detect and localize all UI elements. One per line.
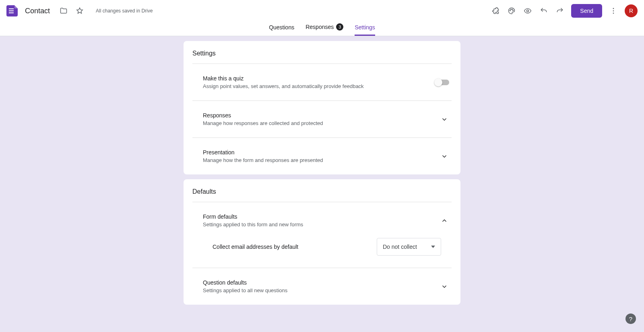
- responses-section[interactable]: Responses Manage how responses are colle…: [192, 101, 452, 138]
- help-button[interactable]: ?: [625, 314, 636, 324]
- form-defaults-section[interactable]: Form defaults Settings applied to this f…: [192, 202, 452, 231]
- preview-button[interactable]: [520, 3, 536, 19]
- send-button[interactable]: Send: [571, 4, 602, 18]
- tab-responses-label: Responses: [305, 24, 334, 30]
- redo-button[interactable]: [552, 3, 568, 19]
- move-to-folder-button[interactable]: [56, 3, 72, 19]
- folder-icon: [60, 7, 68, 15]
- question-defaults-title: Question defaults: [203, 279, 287, 286]
- tabs: Questions Responses 3 Settings: [0, 22, 644, 36]
- quiz-desc: Assign point values, set answers, and au…: [203, 83, 364, 89]
- eye-icon: [524, 7, 532, 15]
- redo-icon: [556, 7, 564, 15]
- presentation-section[interactable]: Presentation Manage how the form and res…: [192, 138, 452, 174]
- palette-icon: [508, 7, 516, 15]
- svg-point-2: [512, 9, 513, 10]
- svg-point-6: [613, 10, 614, 12]
- svg-point-0: [510, 10, 511, 11]
- addons-button[interactable]: [487, 3, 504, 19]
- star-button[interactable]: [72, 3, 88, 19]
- defaults-card-title: Defaults: [192, 188, 452, 202]
- account-avatar[interactable]: R: [625, 4, 638, 17]
- more-options-button[interactable]: [605, 3, 621, 19]
- responses-count-badge: 3: [336, 23, 343, 31]
- undo-icon: [540, 7, 548, 15]
- collect-email-value: Do not collect: [383, 244, 417, 250]
- collect-email-select[interactable]: Do not collect: [377, 238, 441, 256]
- presentation-expand[interactable]: [440, 152, 449, 161]
- chevron-down-icon: [441, 283, 448, 290]
- star-icon: [76, 7, 84, 15]
- svg-point-4: [527, 10, 529, 12]
- collect-email-label: Collect email addresses by default: [213, 244, 298, 250]
- question-defaults-section[interactable]: Question defaults Settings applied to al…: [192, 268, 452, 305]
- settings-card-title: Settings: [192, 50, 452, 64]
- quiz-section: Make this a quiz Assign point values, se…: [192, 64, 452, 101]
- settings-card: Settings Make this a quiz Assign point v…: [184, 41, 460, 174]
- tab-settings[interactable]: Settings: [355, 24, 375, 36]
- presentation-desc: Manage how the form and responses are pr…: [203, 157, 323, 163]
- defaults-card: Defaults Form defaults Settings applied …: [184, 179, 460, 305]
- quiz-toggle[interactable]: [436, 80, 449, 85]
- chevron-down-icon: [441, 153, 448, 160]
- puzzle-icon: [491, 7, 500, 15]
- form-defaults-desc: Settings applied to this form and new fo…: [203, 221, 303, 227]
- svg-point-7: [613, 13, 614, 14]
- question-defaults-expand[interactable]: [440, 282, 449, 291]
- tab-questions[interactable]: Questions: [269, 24, 294, 36]
- forms-logo[interactable]: [6, 5, 18, 16]
- svg-point-1: [511, 9, 512, 10]
- question-defaults-desc: Settings applied to all new questions: [203, 287, 287, 293]
- save-status: All changes saved in Drive: [96, 8, 153, 14]
- tab-responses[interactable]: Responses 3: [305, 23, 343, 36]
- svg-point-5: [613, 8, 614, 9]
- form-defaults-collapse[interactable]: [440, 216, 449, 225]
- svg-point-3: [513, 10, 514, 11]
- responses-expand[interactable]: [440, 115, 449, 124]
- responses-desc: Manage how responses are collected and p…: [203, 120, 323, 126]
- collect-email-row: Collect email addresses by default Do no…: [192, 231, 452, 268]
- kebab-icon: [609, 7, 617, 15]
- chevron-up-icon: [441, 217, 448, 224]
- presentation-title: Presentation: [203, 149, 323, 156]
- form-defaults-title: Form defaults: [203, 213, 303, 220]
- chevron-down-icon: [441, 116, 448, 123]
- responses-title: Responses: [203, 112, 323, 119]
- customize-theme-button[interactable]: [504, 3, 520, 19]
- undo-button[interactable]: [536, 3, 552, 19]
- dropdown-caret-icon: [431, 245, 435, 249]
- quiz-title: Make this a quiz: [203, 75, 364, 82]
- document-title[interactable]: Contact: [25, 7, 50, 15]
